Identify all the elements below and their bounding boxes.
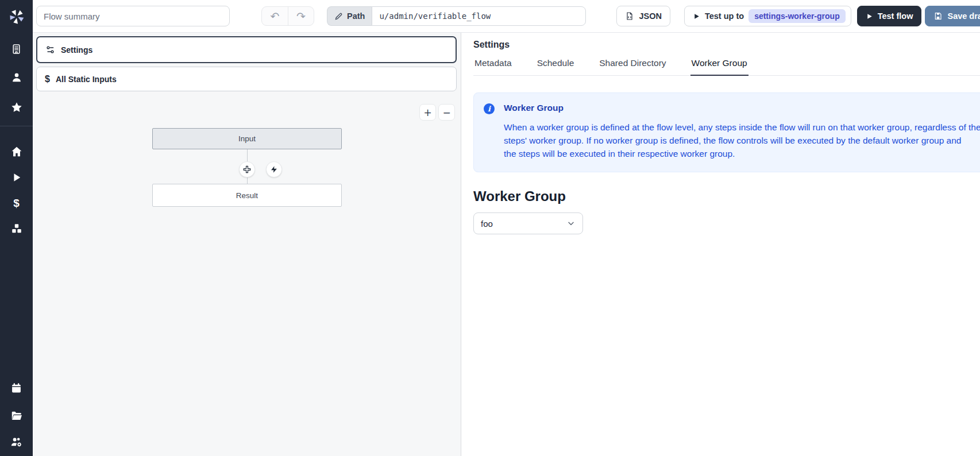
worker-group-info-box: i Worker Group When a worker group is de… [473,92,980,172]
save-icon [933,11,943,21]
info-line: the steps will be executed in their resp… [504,147,980,160]
building-icon[interactable] [10,42,24,56]
test-flow-label: Test flow [878,11,913,21]
flow-node-input[interactable]: Input [152,128,342,149]
windmill-logo[interactable] [0,0,33,33]
json-button[interactable]: JSON [616,6,670,26]
undo-redo-group: ↶ ↷ [261,6,314,26]
file-json-icon [625,11,634,21]
info-title: Worker Group [504,103,980,113]
windmill-logo-icon [8,8,25,25]
json-button-label: JSON [639,11,662,21]
zoom-in-button[interactable]: + [419,104,436,121]
zoom-out-button[interactable]: − [438,104,455,121]
add-step-button[interactable] [239,161,255,177]
flow-summary-input[interactable] [36,6,230,26]
all-static-inputs-label: All Static Inputs [56,75,117,84]
worker-group-section-title: Worker Group [473,188,980,204]
all-static-inputs-button[interactable]: $ All Static Inputs [36,67,457,91]
info-content: Worker Group When a worker group is defi… [504,103,980,160]
settings-panel-title: Settings [473,40,980,50]
tab-worker-group[interactable]: Worker Group [690,58,748,76]
settings-panel: Settings Metadata Schedule Shared Direct… [462,33,980,456]
user-icon[interactable] [10,71,24,84]
info-line: steps' worker group. If no worker group … [504,134,980,147]
play-small-icon [693,13,700,20]
sidebar-divider [0,126,33,126]
flow-settings-label: Settings [61,45,92,55]
tab-metadata[interactable]: Metadata [473,58,513,76]
plus-cross-icon [242,165,252,174]
folder-icon[interactable] [10,409,24,423]
worker-group-selected-value: foo [481,219,493,229]
test-up-to-label: Test up to [705,11,744,21]
calendar-icon[interactable] [10,381,24,395]
info-icon: i [484,103,495,114]
users-cog-icon[interactable] [10,435,24,449]
test-up-to-button[interactable]: Test up to settings-worker-group [684,6,851,26]
boxes-icon[interactable] [10,222,24,235]
test-flow-button[interactable]: Test flow [857,6,922,26]
app-sidebar: $ [0,0,33,456]
play-white-icon [866,13,873,20]
canvas-zoom-controls: + − [419,104,455,121]
tab-schedule[interactable]: Schedule [536,58,576,76]
redo-button[interactable]: ↷ [288,7,314,25]
lightning-bolt-icon [270,165,278,173]
pencil-icon [334,12,343,21]
home-icon[interactable] [10,145,24,159]
save-draft-button[interactable]: Save draft [925,6,980,26]
chevron-down-icon [566,219,576,228]
test-up-to-target-badge: settings-worker-group [748,9,846,23]
info-line: When a worker group is defined at the fl… [504,121,980,134]
path-button-label: Path [347,11,365,21]
play-icon[interactable] [10,171,24,184]
sliders-icon [45,45,55,55]
save-draft-label: Save draft [947,11,980,21]
edit-path-button[interactable]: Path [327,6,372,26]
trigger-button[interactable] [266,161,282,177]
dollar-icon[interactable]: $ [10,196,24,210]
undo-button[interactable]: ↶ [262,7,288,25]
flow-node-result[interactable]: Result [152,184,342,207]
flow-settings-button[interactable]: Settings [36,36,457,63]
star-icon[interactable] [10,101,24,114]
path-group: Path u/admin/verifiable_flow [327,6,586,26]
worker-group-select[interactable]: foo [473,212,583,234]
dollar-sign-icon: $ [45,74,50,84]
flow-editor-panel: Settings $ All Static Inputs + − Input R… [33,33,461,456]
flow-path-value[interactable]: u/admin/verifiable_flow [372,6,586,26]
info-body: When a worker group is defined at the fl… [504,121,980,160]
settings-tabs: Metadata Schedule Shared Directory Worke… [473,58,980,76]
top-toolbar: ↶ ↷ Path u/admin/verifiable_flow JSON Te… [33,0,980,33]
tab-shared-directory[interactable]: Shared Directory [598,58,667,76]
